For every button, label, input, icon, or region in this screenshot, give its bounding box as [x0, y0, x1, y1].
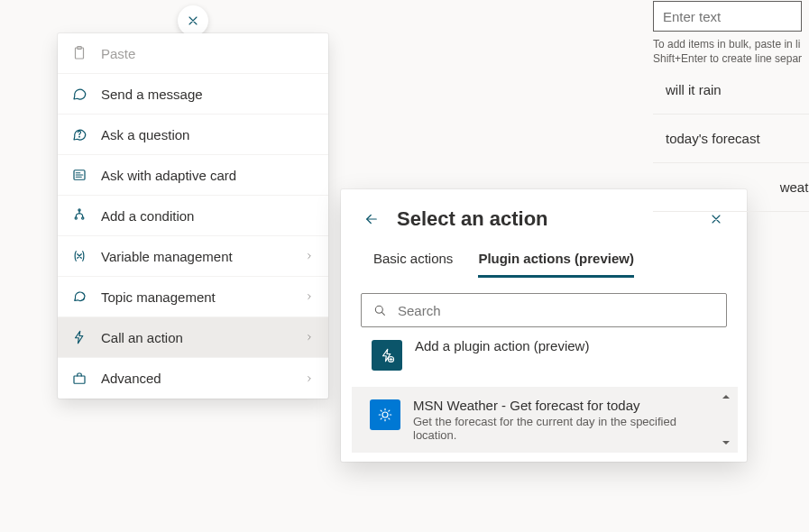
item-title: Add a plugin action (preview) — [415, 338, 716, 353]
search-input[interactable] — [396, 302, 715, 319]
panel-tabs: Basic actions Plugin actions (preview) — [341, 240, 747, 279]
menu-label: Advanced — [101, 371, 290, 386]
close-icon — [709, 212, 723, 226]
scroll-down-icon — [722, 438, 731, 447]
variable-icon — [70, 247, 88, 265]
menu-label: Call an action — [101, 330, 290, 345]
svg-point-8 — [82, 217, 84, 219]
menu-paste: Paste — [58, 33, 328, 74]
branch-icon — [70, 206, 88, 225]
scroll-indicator[interactable] — [722, 392, 734, 447]
question-icon — [70, 125, 88, 143]
phrase-item[interactable]: today's forecast — [653, 115, 809, 163]
bulk-hint: To add items in bulk, paste in li Shift+… — [653, 37, 809, 66]
card-icon — [70, 166, 88, 184]
scroll-up-icon — [722, 392, 731, 401]
briefcase-icon — [70, 370, 88, 388]
chevron-right-icon — [303, 250, 316, 262]
search-box[interactable] — [361, 293, 727, 327]
select-action-panel: Select an action Basic actions Plugin ac… — [341, 189, 747, 462]
svg-point-13 — [382, 412, 388, 417]
msn-weather-action-item[interactable]: MSN Weather - Get forecast for today Get… — [352, 387, 738, 453]
svg-point-2 — [79, 136, 80, 137]
phrase-item[interactable]: weather — [653, 163, 809, 212]
topic-icon — [70, 288, 88, 306]
item-description: Get the forecast for the current day in … — [413, 415, 720, 442]
add-plugin-action-item[interactable]: Add a plugin action (preview) — [341, 327, 747, 381]
menu-label: Ask with adaptive card — [101, 168, 316, 183]
svg-point-7 — [75, 217, 77, 219]
menu-label: Topic management — [101, 289, 290, 305]
node-close-button[interactable] — [178, 5, 208, 36]
tab-plugin-actions[interactable]: Plugin actions (preview) — [478, 251, 634, 278]
menu-send-message[interactable]: Send a message — [58, 74, 328, 115]
menu-label: Variable management — [101, 249, 290, 264]
menu-label: Send a message — [101, 87, 316, 102]
context-menu: Paste Send a message Ask a question Ask … — [58, 33, 328, 399]
menu-ask-adaptive-card[interactable]: Ask with adaptive card — [58, 155, 328, 196]
chevron-right-icon — [303, 290, 316, 303]
menu-advanced[interactable]: Advanced — [58, 358, 328, 399]
menu-label: Paste — [101, 46, 316, 61]
panel-close-button[interactable] — [707, 210, 725, 228]
svg-rect-10 — [74, 376, 85, 383]
enter-text-input[interactable] — [653, 1, 802, 32]
search-icon — [372, 303, 387, 317]
menu-label: Ask a question — [101, 127, 316, 142]
menu-ask-question[interactable]: Ask a question — [58, 115, 328, 155]
tab-basic-actions[interactable]: Basic actions — [373, 251, 453, 278]
back-button[interactable] — [363, 210, 381, 228]
weather-icon — [370, 399, 400, 430]
phrase-item[interactable]: will it rain — [653, 66, 809, 115]
menu-variable-management[interactable]: Variable management — [58, 236, 328, 277]
item-title: MSN Weather - Get forecast for today — [413, 398, 720, 413]
trigger-phrases-panel: words. To add items in bulk, paste in li… — [653, 0, 809, 212]
menu-call-action[interactable]: Call an action — [58, 317, 328, 358]
add-plugin-icon — [372, 340, 402, 371]
chevron-right-icon — [303, 331, 316, 344]
paste-icon — [70, 44, 88, 62]
panel-title: Select an action — [397, 207, 691, 231]
chevron-right-icon — [303, 372, 316, 385]
menu-add-condition[interactable]: Add a condition — [58, 196, 328, 236]
svg-point-11 — [375, 306, 382, 313]
menu-topic-management[interactable]: Topic management — [58, 277, 328, 317]
arrow-left-icon — [363, 211, 380, 227]
lightning-icon — [70, 328, 88, 346]
close-icon — [186, 14, 200, 28]
message-icon — [70, 85, 88, 103]
menu-label: Add a condition — [101, 208, 316, 224]
